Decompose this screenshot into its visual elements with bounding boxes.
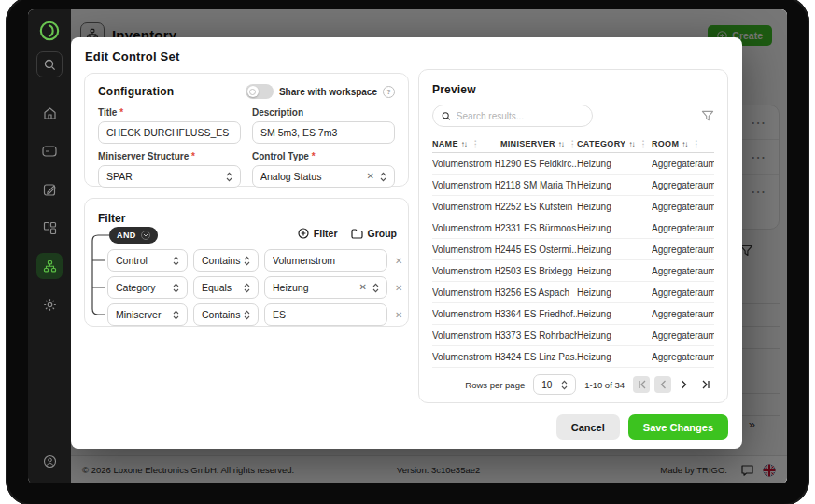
column-header[interactable]: MINISERVER xyxy=(500,139,555,148)
column-header[interactable]: NAME xyxy=(432,139,458,148)
first-page-button[interactable] xyxy=(633,376,650,393)
filter-value-input[interactable] xyxy=(264,303,387,326)
table-row[interactable]: Volumenstrom H... 2445 ES Ostermi... Hei… xyxy=(432,239,714,260)
table-row[interactable]: Volumenstrom H... 2331 ES Bürmoos Heizun… xyxy=(432,217,714,239)
kebab-icon[interactable]: ⋮ xyxy=(692,139,700,148)
rows-per-page-select[interactable]: 10 xyxy=(533,374,576,395)
chevron-updown-icon xyxy=(173,283,179,293)
description-label: Description xyxy=(252,107,395,118)
pagination: Rows per page 10 1-10 of 34 xyxy=(432,374,714,395)
column-header[interactable]: ROOM xyxy=(652,139,679,148)
preview-table-body: Volumenstrom H... 1290 ES Feldkirc... He… xyxy=(432,153,714,368)
table-row[interactable]: Volumenstrom H... 2503 ES Brixlegg Heizu… xyxy=(432,260,714,282)
filter-field-select[interactable]: Category xyxy=(107,276,188,299)
last-page-button[interactable] xyxy=(697,376,714,393)
preview-heading: Preview xyxy=(432,83,476,96)
clear-icon[interactable]: ✕ xyxy=(359,283,367,292)
loxone-logo xyxy=(38,20,61,42)
configuration-section: Configuration Share with workspace ? Tit… xyxy=(84,73,409,187)
help-icon[interactable]: ? xyxy=(383,86,395,98)
filter-operator-select[interactable]: Equals xyxy=(193,276,259,299)
share-label: Share with workspace xyxy=(279,87,377,97)
screenshot-stage: Inventory Create ⋯ ⋯ ⋯ xyxy=(0,0,815,504)
chevron-updown-icon xyxy=(244,310,250,320)
remove-filter-icon[interactable]: ✕ xyxy=(395,256,402,266)
sort-icon: ↑↓ xyxy=(461,140,467,148)
control-type-select[interactable]: Analog Status ✕ xyxy=(252,165,395,188)
main-area: Inventory Create ⋯ ⋯ ⋯ xyxy=(71,9,787,483)
cancel-button[interactable]: Cancel xyxy=(556,414,620,440)
description-field[interactable] xyxy=(252,121,395,144)
chevron-updown-icon xyxy=(244,283,250,293)
filter-field-select[interactable]: Miniserver xyxy=(107,303,188,326)
sidebar-item-account[interactable] xyxy=(36,448,63,474)
remove-filter-icon[interactable]: ✕ xyxy=(395,310,402,320)
sidebar-item-home[interactable] xyxy=(36,100,63,126)
next-page-button[interactable] xyxy=(676,376,693,393)
previous-page-button[interactable] xyxy=(654,376,671,393)
sort-icon: ↑↓ xyxy=(628,140,634,148)
chevron-updown-icon xyxy=(173,256,179,266)
folder-icon xyxy=(351,229,363,239)
edit-control-set-modal: Edit Control Set Configuration Share wit… xyxy=(71,37,742,449)
miniserver-structure-label: Miniserver Structure xyxy=(98,151,189,161)
sort-icon: ↑↓ xyxy=(682,140,687,148)
table-row[interactable]: Volumenstrom H... 2252 ES Kufstein Heizu… xyxy=(432,196,714,217)
sidebar-item-dashboard[interactable] xyxy=(36,215,63,241)
card-icon xyxy=(42,146,57,157)
chevron-updown-icon xyxy=(380,172,386,182)
filter-row: Control Contains ✕ xyxy=(107,249,402,272)
gear-icon xyxy=(43,298,57,312)
chevron-updown-icon xyxy=(226,172,232,182)
home-icon xyxy=(43,106,57,120)
funnel-icon[interactable] xyxy=(701,110,714,122)
kebab-icon[interactable]: ⋮ xyxy=(569,139,577,148)
dashboard-icon xyxy=(43,221,57,235)
column-header[interactable]: CATEGORY xyxy=(577,139,625,148)
filter-field-select[interactable]: Control xyxy=(107,249,188,272)
chevron-updown-icon xyxy=(173,310,179,320)
sidebar-item-documents[interactable] xyxy=(36,176,63,203)
search-input[interactable] xyxy=(432,105,593,127)
filter-value-input[interactable] xyxy=(264,249,387,272)
save-changes-button[interactable]: Save Changes xyxy=(628,414,728,440)
filter-operator-select[interactable]: Contains xyxy=(193,303,259,326)
share-with-workspace-toggle[interactable] xyxy=(246,84,274,99)
filter-section: Filter AND Filter xyxy=(84,198,409,327)
configuration-heading: Configuration xyxy=(98,85,174,98)
table-row[interactable]: Volumenstrom H... 3373 ES Rohrbach Heizu… xyxy=(432,325,714,346)
add-group-button[interactable]: Group xyxy=(351,228,398,239)
miniserver-structure-select[interactable]: SPAR xyxy=(98,165,241,188)
remove-filter-icon[interactable]: ✕ xyxy=(395,283,402,293)
table-row[interactable]: Volumenstrom H... 3364 ES Friedhof... He… xyxy=(432,303,714,325)
rows-per-page-label: Rows per page xyxy=(465,380,525,390)
preview-section: Preview xyxy=(418,69,728,403)
preview-table-header: NAME↑↓⋮ MINISERVER↑↓⋮ CATEGORY↑↓⋮ ROOM↑↓… xyxy=(432,135,714,153)
chevron-updown-icon xyxy=(244,256,250,266)
sidebar-search-button[interactable] xyxy=(36,51,63,77)
sidebar-item-settings[interactable] xyxy=(36,291,63,317)
add-filter-button[interactable]: Filter xyxy=(298,228,338,239)
search-icon xyxy=(442,111,451,121)
table-row[interactable]: Volumenstrom H... 3424 ES Linz Pas... He… xyxy=(432,346,714,368)
sidebar-item-controls[interactable] xyxy=(36,138,63,164)
table-row[interactable]: Volumenstrom H... 2118 SM Maria Th... He… xyxy=(432,175,714,196)
title-field[interactable] xyxy=(98,121,241,144)
chevron-updown-icon xyxy=(561,380,568,390)
filter-operator-dropdown[interactable]: AND xyxy=(109,227,158,244)
filter-value-select[interactable]: Heizung ✕ xyxy=(264,276,387,299)
plus-circle-icon xyxy=(298,228,309,239)
kebab-icon[interactable]: ⋮ xyxy=(639,139,647,148)
sort-icon: ↑↓ xyxy=(558,140,564,148)
table-row[interactable]: Volumenstrom H... 1290 ES Feldkirc... He… xyxy=(432,153,714,175)
pagination-range: 1-10 of 34 xyxy=(584,380,625,390)
app-window: Inventory Create ⋯ ⋯ ⋯ xyxy=(28,9,787,483)
account-icon xyxy=(43,455,57,469)
filter-operator-select[interactable]: Contains xyxy=(193,249,259,272)
clear-icon[interactable]: ✕ xyxy=(367,172,374,181)
sidebar-item-inventory[interactable] xyxy=(36,253,63,279)
edit-doc-icon xyxy=(43,183,57,197)
sidebar xyxy=(28,9,71,483)
table-row[interactable]: Volumenstrom H... 3256 ES Aspach Heizung… xyxy=(432,282,714,303)
kebab-icon[interactable]: ⋮ xyxy=(471,139,480,148)
